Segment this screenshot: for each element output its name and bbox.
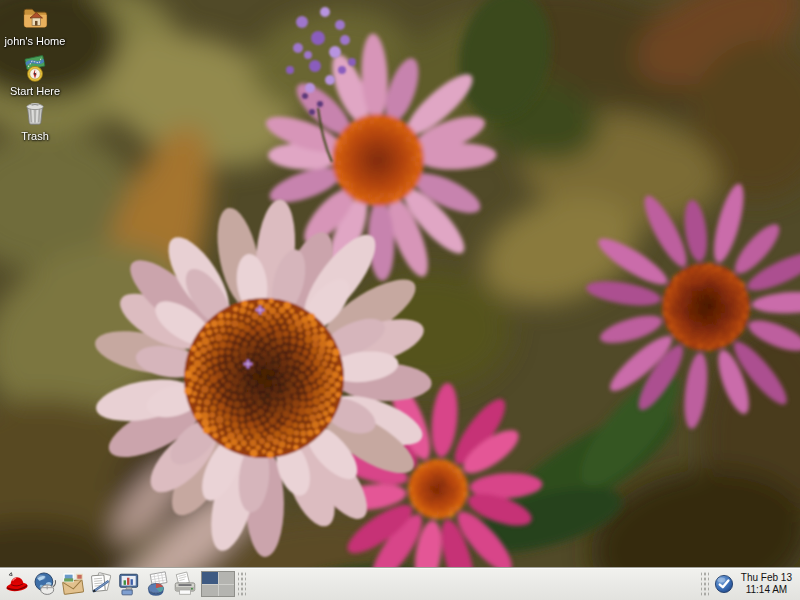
panel-drag-handle[interactable] [238, 572, 246, 596]
workspace-2[interactable] [219, 572, 235, 584]
update-check-icon [713, 573, 735, 595]
writer-documents-icon [88, 571, 114, 597]
presentations-button[interactable] [115, 570, 142, 599]
icon-label: Start Here [10, 85, 60, 97]
workspace-4[interactable] [219, 585, 235, 597]
red-hat-menu-icon [4, 571, 30, 597]
web-browser-button[interactable] [31, 570, 58, 599]
update-notification[interactable] [712, 572, 736, 596]
printer-icon [172, 571, 198, 597]
wallpaper-photo [0, 0, 800, 600]
print-manager-button[interactable] [171, 570, 198, 599]
desktop-icon-trash[interactable]: Trash [2, 98, 68, 142]
icon-label: john's Home [5, 35, 66, 47]
email-button[interactable] [59, 570, 86, 599]
calc-pie-chart-icon [144, 571, 170, 597]
desktop-icon-start-here[interactable]: Start Here [2, 53, 68, 97]
trash-icon [20, 98, 50, 128]
impress-chart-icon [116, 571, 142, 597]
icon-label: Trash [21, 130, 49, 142]
globe-browser-icon [32, 571, 58, 597]
panel-clock[interactable]: Thu Feb 13 11:14 AM [737, 572, 797, 596]
taskbar-panel: Thu Feb 13 11:14 AM [0, 567, 800, 600]
main-menu-button[interactable] [3, 570, 30, 599]
word-processor-button[interactable] [87, 570, 114, 599]
panel-drag-handle[interactable] [701, 572, 709, 596]
clock-date: Thu Feb 13 [741, 572, 792, 584]
desktop-icon-home[interactable]: john's Home [2, 3, 68, 47]
workspace-3[interactable] [202, 585, 218, 597]
desktop: john's Home Start Here [0, 0, 800, 600]
start-here-icon [20, 53, 50, 83]
home-folder-icon [20, 3, 50, 33]
email-envelope-icon [60, 571, 86, 597]
spreadsheet-button[interactable] [143, 570, 170, 599]
clock-time: 11:14 AM [741, 584, 792, 596]
workspace-switcher[interactable] [201, 571, 235, 597]
workspace-1[interactable] [202, 572, 218, 584]
